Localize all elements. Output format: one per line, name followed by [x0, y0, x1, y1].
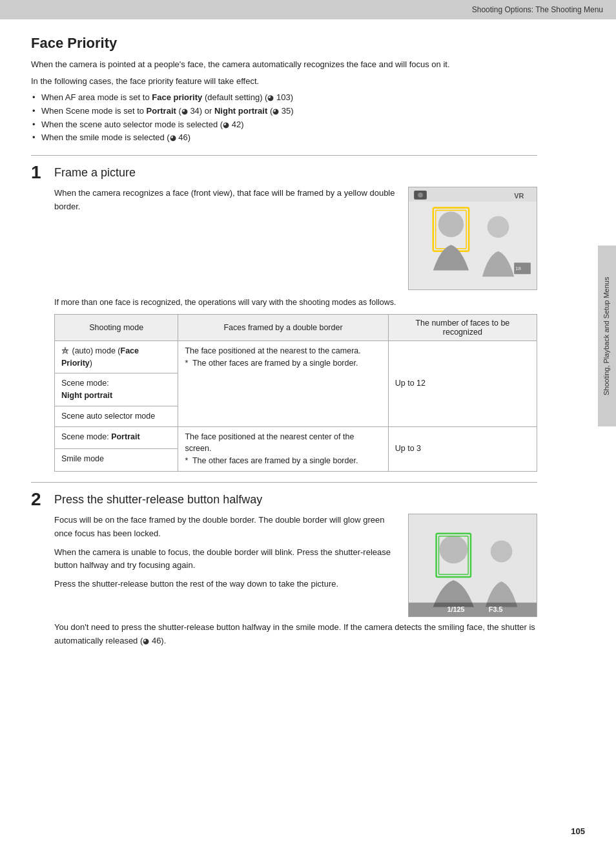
header-title: Shooting Options: The Shooting Menu — [472, 5, 603, 14]
sidebar-label: Shooting, Playback and Setup Menus — [602, 277, 610, 395]
table-header-count: The number of faces to be recognized — [388, 314, 537, 341]
bullet-item-1: When AF area mode is set to Face priorit… — [31, 91, 537, 105]
table-header-faces: Faces framed by a double border — [178, 314, 388, 341]
step2-container: 2 Press the shutter-release button halfw… — [31, 490, 537, 648]
mode-cell-smile: Smile mode — [55, 449, 178, 472]
table-note: If more than one face is recognized, the… — [54, 297, 537, 309]
face-table: Shooting mode Faces framed by a double b… — [54, 314, 537, 472]
step1-header: 1 Frame a picture — [31, 163, 537, 182]
faces-cell-group2: The face positioned at the nearest cente… — [178, 426, 388, 471]
svg-text:F3.5: F3.5 — [489, 605, 503, 613]
step1-container: 1 Frame a picture When the camera recogn… — [31, 163, 537, 472]
table-row: ⛤ (auto) mode (Face Priority) The face p… — [55, 341, 537, 373]
svg-point-3 — [418, 193, 423, 198]
bullet-list: When AF area mode is set to Face priorit… — [31, 91, 537, 145]
mode-cell-night: Scene mode:Night portrait — [55, 373, 178, 406]
count-cell-group1: Up to 12 — [388, 341, 537, 426]
divider-2 — [31, 482, 537, 483]
camera-viewfinder-1: VR 18 — [408, 187, 537, 290]
faces-cell-group1: The face positioned at the nearest to th… — [178, 341, 388, 426]
step1-description: When the camera recognizes a face (front… — [54, 187, 395, 214]
svg-rect-16 — [409, 603, 537, 617]
bullet-item-3: When the scene auto selector mode is sel… — [31, 118, 537, 132]
mode-cell-portrait: Scene mode: Portrait — [55, 426, 178, 449]
svg-point-7 — [438, 212, 464, 238]
page-number: 105 — [571, 826, 585, 836]
camera-icon: ⛤ — [61, 346, 70, 355]
step2-text-block: Focus will be on the face framed by the … — [54, 514, 395, 596]
step2-para1: Focus will be on the face framed by the … — [54, 514, 395, 541]
intro-line2: In the following cases, the face priorit… — [31, 75, 537, 88]
svg-point-8 — [488, 216, 509, 238]
bullet-item-2: When Scene mode is set to Portrait (◕ 34… — [31, 105, 537, 118]
page-header: Shooting Options: The Shooting Menu — [0, 0, 616, 19]
divider-1 — [31, 155, 537, 156]
mode-cell-auto: ⛤ (auto) mode (Face Priority) — [55, 341, 178, 373]
svg-point-12 — [440, 536, 468, 564]
mode-cell-sceneauto: Scene auto selector mode — [55, 406, 178, 426]
sidebar-tab: Shooting, Playback and Setup Menus — [598, 246, 616, 426]
intro-line1: When the camera is pointed at a people's… — [31, 58, 537, 71]
svg-text:18: 18 — [515, 266, 521, 272]
svg-point-15 — [491, 541, 513, 563]
table-header-mode: Shooting mode — [55, 314, 178, 341]
svg-text:VR: VR — [514, 192, 524, 200]
camera-viewfinder-2: 1/125 F3.5 — [408, 514, 537, 617]
step2-para3: Press the shutter-release button the res… — [54, 578, 395, 591]
step2-para2: When the camera is unable to focus, the … — [54, 546, 395, 573]
step2-header: 2 Press the shutter-release button halfw… — [31, 490, 537, 508]
step2-title: Press the shutter-release button halfway — [54, 490, 262, 507]
page-title: Face Priority — [31, 35, 537, 52]
step1-body: When the camera recognizes a face (front… — [31, 187, 537, 472]
svg-rect-11 — [409, 514, 537, 616]
step2-body: Focus will be on the face framed by the … — [31, 514, 537, 648]
step2-para4: You don't need to press the shutter-rele… — [54, 621, 537, 648]
count-cell-group2: Up to 3 — [388, 426, 537, 471]
table-row: Scene mode: Portrait The face positioned… — [55, 426, 537, 449]
step2-number: 2 — [31, 490, 46, 508]
step1-number: 1 — [31, 163, 46, 182]
svg-text:1/125: 1/125 — [447, 605, 464, 613]
bullet-item-4: When the smile mode is selected (◕ 46) — [31, 131, 537, 145]
step1-title: Frame a picture — [54, 163, 136, 180]
